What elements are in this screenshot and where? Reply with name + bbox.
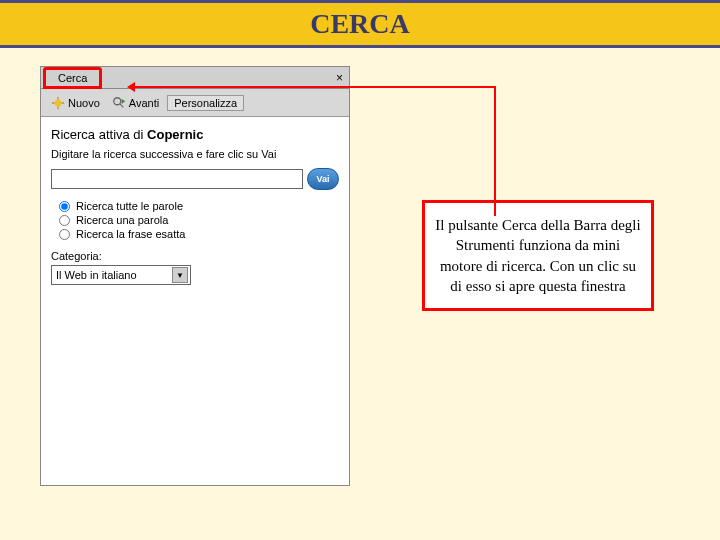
svg-point-0 bbox=[55, 99, 62, 106]
radio-one-word[interactable]: Ricerca una parola bbox=[59, 214, 339, 226]
instruction-text: Digitare la ricerca successiva e fare cl… bbox=[51, 148, 339, 160]
nuovo-button[interactable]: Nuovo bbox=[47, 94, 104, 112]
search-panel: Cerca × Nuovo Avanti Personalizza Ricerc… bbox=[40, 66, 350, 486]
toolbar: Nuovo Avanti Personalizza bbox=[41, 89, 349, 117]
search-next-icon bbox=[112, 96, 126, 110]
radio-input-all[interactable] bbox=[59, 201, 70, 212]
panel-heading: Ricerca attiva di Copernic bbox=[51, 127, 339, 148]
callout-text: Il pulsante Cerca della Barra degli Stru… bbox=[435, 217, 640, 294]
radio-input-exact[interactable] bbox=[59, 229, 70, 240]
chevron-down-icon: ▼ bbox=[172, 267, 188, 283]
radio-label-exact: Ricerca la frase esatta bbox=[76, 228, 185, 240]
radio-all-words[interactable]: Ricerca tutte le parole bbox=[59, 200, 339, 212]
callout-arrow-horizontal bbox=[130, 86, 496, 88]
avanti-button[interactable]: Avanti bbox=[108, 94, 163, 112]
tab-cerca[interactable]: Cerca bbox=[43, 67, 102, 89]
annotation-area: Il pulsante Cerca della Barra degli Stru… bbox=[370, 66, 680, 486]
callout-arrow-vertical bbox=[494, 86, 496, 216]
callout-box: Il pulsante Cerca della Barra degli Stru… bbox=[422, 200, 654, 311]
personalizza-button[interactable]: Personalizza bbox=[167, 95, 244, 111]
vai-button[interactable]: Vai bbox=[307, 168, 339, 190]
heading-prefix: Ricerca attiva di bbox=[51, 127, 147, 142]
heading-brand: Copernic bbox=[147, 127, 203, 142]
radio-input-one[interactable] bbox=[59, 215, 70, 226]
radio-label-all: Ricerca tutte le parole bbox=[76, 200, 183, 212]
content-area: Cerca × Nuovo Avanti Personalizza Ricerc… bbox=[0, 56, 720, 496]
svg-point-1 bbox=[114, 97, 121, 104]
nuovo-label: Nuovo bbox=[68, 97, 100, 109]
header-bar: CERCA bbox=[0, 0, 720, 48]
category-label: Categoria: bbox=[51, 250, 339, 262]
close-icon: × bbox=[336, 71, 343, 85]
category-select[interactable]: Il Web in italiano ▼ bbox=[51, 265, 191, 285]
panel-body: Ricerca attiva di Copernic Digitare la r… bbox=[41, 117, 349, 485]
page-title: CERCA bbox=[310, 8, 410, 40]
search-input[interactable] bbox=[51, 169, 303, 189]
radio-exact-phrase[interactable]: Ricerca la frase esatta bbox=[59, 228, 339, 240]
avanti-label: Avanti bbox=[129, 97, 159, 109]
close-button[interactable]: × bbox=[336, 71, 343, 85]
tab-label: Cerca bbox=[58, 72, 87, 84]
search-row: Vai bbox=[51, 168, 339, 190]
svg-line-2 bbox=[120, 103, 124, 107]
sparkle-icon bbox=[51, 96, 65, 110]
vai-label: Vai bbox=[316, 174, 329, 184]
category-value: Il Web in italiano bbox=[56, 269, 137, 281]
radio-label-one: Ricerca una parola bbox=[76, 214, 168, 226]
